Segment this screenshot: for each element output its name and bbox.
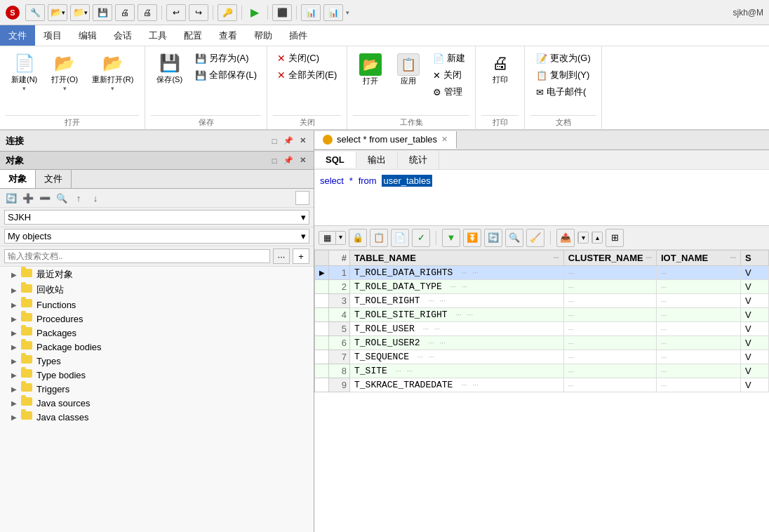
tablename-dots[interactable]: ··· [428,339,434,347]
obj-restore-icon[interactable]: □ [269,155,280,166]
tablename-dots2[interactable]: ··· [434,325,440,333]
col-tablename-header[interactable]: TABLE_NAME ··· [350,251,564,266]
tablename-dots[interactable]: ··· [461,381,467,389]
iotname-dots[interactable]: ··· [661,382,667,390]
expand-btn[interactable]: ⊞ [606,229,624,247]
filter-all-btn[interactable]: ⏬ [463,229,481,247]
print-icon[interactable]: 🖨 [115,4,135,21]
find-btn[interactable]: 🔍 [55,191,69,205]
tab-sql[interactable]: SQL [314,152,356,168]
clustername-dots[interactable]: ··· [568,368,574,375]
chart-icon[interactable]: 📊 [301,4,321,21]
tablename-dots[interactable]: ··· [461,269,467,277]
lock-btn[interactable]: 🔒 [349,229,367,247]
save-button[interactable]: 💾 保存(S) [151,51,188,88]
copy-btn[interactable]: 📋 [370,229,388,247]
grid-btn[interactable]: ▦ [319,232,335,244]
export-btn[interactable]: 📤 [556,229,575,247]
tablename-dots2[interactable]: ··· [462,283,467,291]
manage-ws-button[interactable]: ⚙ 管理 [429,84,469,100]
menu-tools[interactable]: 工具 [140,25,175,46]
closeall-button[interactable]: ✕ 全部关闭(E) [273,67,341,83]
apply-button[interactable]: 📋 应用 [391,51,426,89]
query-tab-1[interactable]: select * from user_tables ✕ [314,131,457,149]
title-btn-1[interactable]: 🔧 [25,4,45,21]
clustername-dots[interactable]: ··· [568,312,574,319]
clustername-dots[interactable]: ··· [568,326,574,333]
add-btn[interactable]: ➕ [21,191,35,205]
open-ws-button[interactable]: 📂 打开 [353,51,388,89]
search-add-btn[interactable]: + [293,248,309,264]
obj-pin-icon[interactable]: 📌 [283,155,294,166]
iotname-dots[interactable]: ··· [661,312,667,319]
menu-session[interactable]: 会话 [105,25,140,46]
key-icon[interactable]: 🔑 [218,4,237,21]
menu-config[interactable]: 配置 [175,25,210,46]
tablename-dots2[interactable]: ··· [407,367,413,375]
myobjects-selector[interactable]: My objects ▾ [4,229,309,244]
clustername-dots[interactable]: ··· [568,298,574,305]
obj-close-icon[interactable]: ✕ [297,155,308,166]
folder2-icon[interactable]: 📁▾ [70,4,90,21]
close-button[interactable]: ✕ 关闭(C) [273,51,341,66]
sjkh-selector[interactable]: SJKH ▾ [4,210,309,225]
restore-icon[interactable]: □ [269,135,280,147]
import-dropdown[interactable]: ▴ [591,232,603,244]
check-btn[interactable]: ✓ [412,229,430,247]
list-item[interactable]: ▶ Functions [0,298,314,312]
export-dropdown[interactable]: ▾ [577,232,589,244]
clustername-dots[interactable]: ··· [568,340,574,347]
iotname-dots[interactable]: ··· [661,284,667,291]
tablename-dots2[interactable]: ··· [472,381,478,389]
paste-btn[interactable]: 📄 [391,229,409,247]
list-item[interactable]: ▶ Package bodies [0,340,314,354]
col-clustername-dots[interactable]: ··· [646,254,652,262]
close-panel-icon[interactable]: ✕ [297,135,308,147]
query-tab-close[interactable]: ✕ [441,135,448,144]
sql-editor[interactable]: select * from user_tables [314,170,769,226]
clustername-dots[interactable]: ··· [568,270,574,277]
tablename-dots2[interactable]: ··· [467,311,473,319]
email-button[interactable]: ✉ 电子邮件( [532,84,595,100]
run-button[interactable]: ▶ [246,4,263,20]
down-btn[interactable]: ↓ [88,191,102,205]
list-item[interactable]: ▶ Triggers [0,382,314,396]
table-row[interactable]: ▶ 1 T_ROLE_DATA_RIGHTS ··· ··· ··· ··· V [315,266,769,280]
iotname-dots[interactable]: ··· [661,340,667,347]
clear-btn[interactable]: 🧹 [526,229,544,247]
new-button[interactable]: 📄 新建(N) ▾ [6,51,43,95]
tablename-dots[interactable]: ··· [423,325,429,333]
col-clustername-header[interactable]: CLUSTER_NAME ··· [563,251,656,266]
iotname-dots[interactable]: ··· [661,326,667,333]
list-item[interactable]: ▶ Type bodies [0,368,314,382]
print-button[interactable]: 🖨 打印 [483,51,518,88]
search-input[interactable] [4,249,270,263]
list-item[interactable]: ▶ 最近对象 [0,267,314,282]
open-button[interactable]: 📂 打开(O) ▾ [46,51,83,95]
chart2-icon[interactable]: 📊 [323,4,343,21]
stop-icon[interactable]: ⬛ [272,4,292,21]
list-item[interactable]: ▶ Procedures [0,312,314,326]
clustername-dots[interactable]: ··· [568,284,574,291]
reopen-button[interactable]: 📂 重新打开(R) ▾ [86,51,139,95]
col-tablename-dots[interactable]: ··· [553,254,559,262]
menu-project[interactable]: 项目 [35,25,70,46]
new-ws-button[interactable]: 📄 新建 [429,51,469,66]
pin-icon[interactable]: 📌 [283,135,294,147]
import-arrow[interactable]: ▴ [592,232,602,243]
close-ws-button[interactable]: ✕ 关闭 [429,67,469,83]
menu-file[interactable]: 文件 [0,25,35,46]
table-row[interactable]: 5 T_ROLE_USER ··· ··· ··· ··· V [315,322,769,336]
tab-stats[interactable]: 统计 [398,151,439,169]
col-iotname-dots[interactable]: ··· [730,254,736,262]
col-s-header[interactable]: S [741,251,769,266]
clustername-dots[interactable]: ··· [568,354,574,361]
collapse-btn[interactable]: ➖ [38,191,52,205]
refresh-result-btn[interactable]: 🔄 [484,229,502,247]
tablename-dots[interactable]: ··· [450,283,456,291]
tablename-dots[interactable]: ··· [396,367,401,375]
filter-btn[interactable]: ▼ [442,229,460,247]
col-iotname-header[interactable]: IOT_NAME ··· [657,251,741,266]
table-row[interactable]: 7 T_SEQUENCE ··· ··· ··· ··· V [315,350,769,364]
iotname-dots[interactable]: ··· [661,270,667,277]
